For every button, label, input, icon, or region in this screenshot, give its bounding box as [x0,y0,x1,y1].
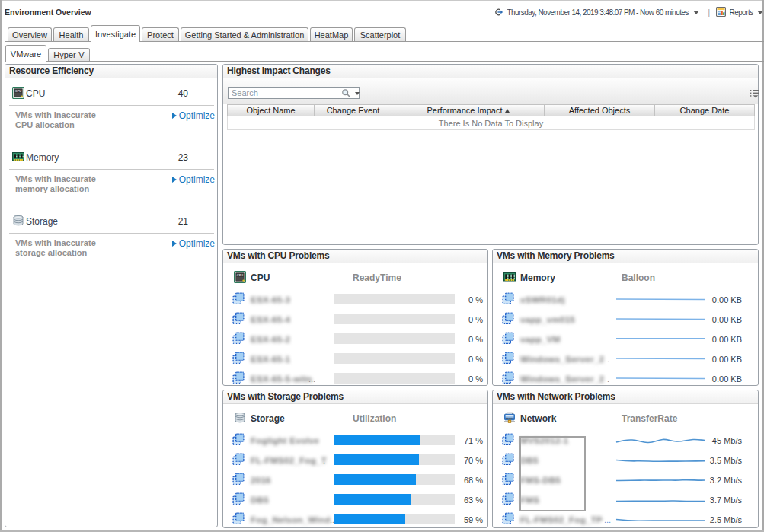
svg-text:CPU: CPU [237,273,244,277]
svg-text:CPU: CPU [15,89,22,93]
